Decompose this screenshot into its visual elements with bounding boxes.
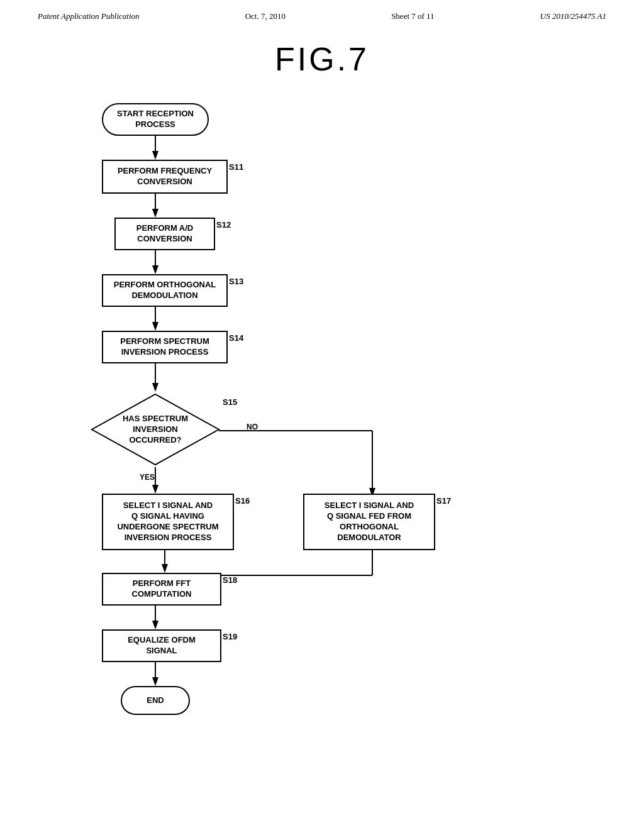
s12-step: S12 (216, 220, 231, 230)
arrow-s13-s14 (154, 307, 157, 331)
s18-node: PERFORM FFTCOMPUTATION (102, 573, 221, 606)
arrow-s16-s18 (164, 550, 166, 573)
s12-node: PERFORM A/DCONVERSION (114, 218, 215, 250)
publication-label: Patent Application Publication (38, 11, 140, 21)
svg-marker-7 (152, 322, 158, 331)
s13-label: PERFORM ORTHOGONALDEMODULATION (114, 280, 216, 301)
yes-label: YES (140, 473, 155, 482)
arrow-s19-end (154, 662, 157, 686)
s13-step: S13 (229, 277, 243, 286)
svg-marker-21 (152, 621, 158, 629)
s11-node: PERFORM FREQUENCYCONVERSION (102, 160, 228, 194)
s15-step: S15 (223, 397, 237, 407)
s15-text: HAS SPECTRUMINVERSIONOCCURRED? (121, 414, 190, 446)
s17-label: SELECT I SIGNAL ANDQ SIGNAL FED FROMORTH… (325, 501, 414, 543)
s16-step: S16 (235, 496, 250, 506)
arrow-start-s11 (154, 136, 157, 160)
s15-node: HAS SPECTRUMINVERSIONOCCURRED? (89, 392, 221, 467)
s19-label: EQUALIZE OFDMSIGNAL (128, 635, 196, 656)
s14-node: PERFORM SPECTRUMINVERSION PROCESS (102, 331, 228, 363)
arrow-s15-no (219, 429, 389, 432)
end-label: END (147, 695, 164, 706)
s14-step: S14 (229, 333, 243, 343)
arrow-s14-s15 (154, 363, 157, 392)
s11-label: PERFORM FREQUENCYCONVERSION (118, 166, 212, 187)
arrow-s12-s13 (154, 250, 157, 274)
s12-label: PERFORM A/DCONVERSION (136, 223, 194, 245)
arrow-s11-s12 (154, 194, 157, 218)
s11-step: S11 (229, 162, 243, 172)
arrow-s17-down (371, 550, 374, 575)
svg-marker-3 (152, 209, 158, 218)
s16-node: SELECT I SIGNAL ANDQ SIGNAL HAVINGUNDERG… (102, 494, 234, 550)
svg-marker-5 (152, 265, 158, 274)
s18-label: PERFORM FFTCOMPUTATION (132, 578, 192, 600)
date-label: Oct. 7, 2010 (245, 11, 286, 21)
arrow-no-vertical (371, 431, 374, 497)
s19-step: S19 (223, 632, 237, 641)
s17-node: SELECT I SIGNAL ANDQ SIGNAL FED FROMORTH… (303, 494, 435, 550)
s19-node: EQUALIZE OFDMSIGNAL (102, 629, 221, 662)
no-label: NO (247, 423, 258, 431)
svg-marker-1 (152, 151, 158, 160)
start-label: START RECEPTIONPROCESS (117, 109, 194, 130)
s14-label: PERFORM SPECTRUMINVERSION PROCESS (120, 336, 209, 358)
end-node: END (121, 686, 190, 715)
arrow-s18-s19 (154, 606, 157, 629)
start-node: START RECEPTIONPROCESS (102, 103, 209, 136)
sheet-label: Sheet 7 of 11 (391, 11, 434, 21)
s18-step: S18 (223, 575, 237, 585)
svg-marker-9 (152, 383, 158, 392)
s16-label: SELECT I SIGNAL ANDQ SIGNAL HAVINGUNDERG… (117, 501, 218, 543)
figure-title: FIG.7 (0, 40, 644, 78)
page-header: Patent Application Publication Oct. 7, 2… (0, 0, 644, 21)
s17-step: S17 (436, 496, 451, 506)
s13-node: PERFORM ORTHOGONALDEMODULATION (102, 274, 228, 307)
flowchart-container: START RECEPTIONPROCESS PERFORM FREQUENCY… (52, 97, 592, 801)
patent-number-label: US 2010/254475 A1 (540, 11, 606, 21)
svg-marker-17 (162, 564, 168, 573)
svg-marker-23 (152, 677, 158, 686)
svg-marker-12 (152, 485, 158, 494)
